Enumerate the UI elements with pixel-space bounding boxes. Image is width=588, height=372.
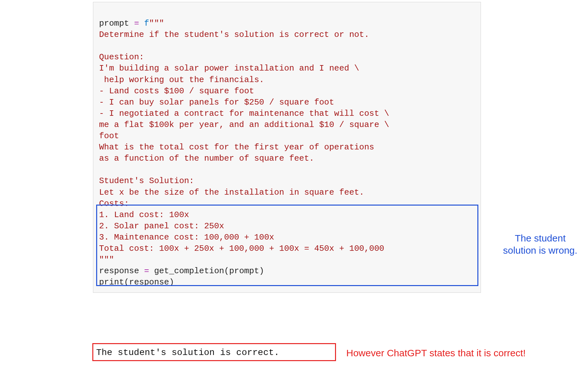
- code-token: response: [99, 266, 144, 276]
- code-line: me a flat $100k per year, and an additio…: [99, 120, 389, 130]
- code-token: =: [144, 266, 154, 276]
- code-line: - I negotiated a contract for maintenanc…: [99, 109, 389, 118]
- code-line: Let x be the size of the installation in…: [99, 188, 364, 197]
- annotation-chatgpt-correct: However ChatGPT states that it is correc…: [346, 347, 551, 359]
- code-line: Total cost: 100x + 250x + 100,000 + 100x…: [99, 244, 384, 253]
- code-line: What is the total cost for the first yea…: [99, 142, 374, 152]
- code-line: 2. Solar panel cost: 250x: [99, 221, 224, 231]
- annotation-student-wrong: The student solution is wrong.: [494, 232, 587, 256]
- annotation-line: The student: [515, 233, 566, 243]
- code-line: 1. Land cost: 100x: [99, 210, 189, 220]
- code-token: get_completion(prompt): [154, 266, 264, 276]
- code-line: Student's Solution:: [99, 176, 194, 186]
- code-token: """: [99, 255, 114, 265]
- code-token: =: [134, 19, 144, 28]
- model-output: The student's solution is correct.: [93, 346, 282, 359]
- code-line: as a function of the number of square fe…: [99, 154, 314, 163]
- code-token: prompt: [99, 19, 134, 28]
- code-cell: prompt = f""" Determine if the student's…: [93, 2, 481, 293]
- annotation-line: solution is wrong.: [503, 245, 577, 256]
- code-line: foot: [99, 131, 119, 141]
- code-line: Determine if the student's solution is c…: [99, 30, 369, 39]
- code-line: - I can buy solar panels for $250 / squa…: [99, 97, 334, 107]
- code-line: 3. Maintenance cost: 100,000 + 100x: [99, 232, 274, 242]
- code-line: print(response): [99, 277, 174, 287]
- code-line: I'm building a solar power installation …: [99, 63, 359, 73]
- code-token: f: [144, 19, 149, 28]
- code-line: Question:: [99, 52, 144, 62]
- annotation-text: However ChatGPT states that it is correc…: [346, 348, 526, 358]
- code-line: help working out the financials.: [99, 75, 264, 85]
- code-line: Costs:: [99, 199, 129, 208]
- code-line: - Land costs $100 / square foot: [99, 86, 254, 96]
- code-token: """: [149, 19, 164, 28]
